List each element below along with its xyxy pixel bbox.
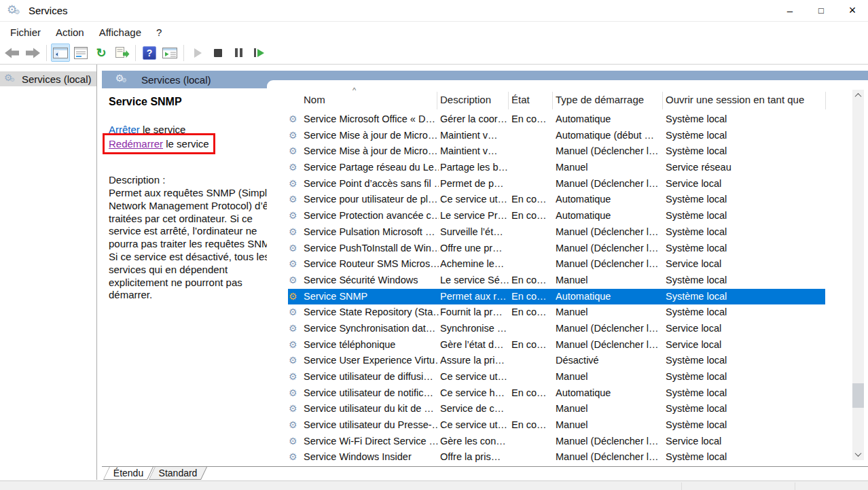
strip-divider (795, 483, 795, 490)
column-header-session[interactable]: Ouvrir une session en tant que (666, 90, 804, 110)
service-status (511, 434, 553, 450)
column-header-description[interactable]: Description (440, 90, 491, 110)
service-startup-type: Automatique (556, 385, 664, 402)
service-row[interactable]: ⚙Service pour utilisateur de pl…Ce servi… (288, 192, 825, 208)
service-details-pane: Service SNMP Arrêter le service Redémarr… (102, 88, 267, 466)
show-console-tree-icon[interactable] (51, 43, 70, 62)
header-divider[interactable] (552, 92, 553, 109)
service-description-text: Permet aux requêtes SNMP (Simple Network… (109, 187, 281, 302)
header-divider[interactable] (825, 92, 826, 109)
back-icon[interactable] (3, 43, 22, 62)
maximize-button[interactable]: □ (806, 0, 837, 22)
close-button[interactable]: × (837, 0, 868, 22)
toolbar-separator (46, 45, 47, 61)
start-service-icon[interactable] (188, 43, 207, 62)
service-name: Service Pulsation Microsoft … (304, 224, 439, 241)
service-status: En co… (511, 304, 553, 321)
properties-icon[interactable] (71, 43, 90, 62)
service-description: Gère les con… (440, 434, 509, 450)
service-row[interactable]: ⚙Service Windows InsiderOffre la pris…Ma… (288, 449, 825, 466)
export-list-icon[interactable] (112, 43, 131, 62)
stop-service-link[interactable]: Arrêter (109, 124, 140, 135)
service-row[interactable]: ⚙Service utilisateur du kit de …Service … (288, 401, 825, 417)
service-description: Synchronise … (440, 321, 509, 337)
service-status (511, 224, 553, 241)
strip-divider (681, 483, 682, 490)
service-name: Service SNMP (304, 289, 439, 305)
menu-fichier[interactable]: Fichier (3, 24, 48, 41)
service-row[interactable]: ⚙Service User Experience Virtu…Assure la… (288, 353, 825, 369)
column-header-etat[interactable]: État (511, 90, 530, 110)
bottom-strip (0, 480, 868, 490)
service-description: Le service Sé… (440, 273, 509, 289)
service-row[interactable]: ⚙Service Pulsation Microsoft …Surveille … (288, 224, 825, 241)
service-row[interactable]: ⚙Service Routeur SMS Micros…Achemine le…… (288, 256, 825, 273)
vertical-scrollbar[interactable] (852, 90, 864, 460)
menu-help[interactable]: ? (149, 24, 169, 41)
service-status (511, 369, 553, 385)
tree-item-services-local[interactable]: ⚙ ⚙ Services (local) (0, 71, 96, 86)
service-row[interactable]: ⚙Service Point d’accès sans fil …Permet … (288, 176, 825, 192)
service-row[interactable]: ⚙Service Partage réseau du Le…Partage le… (288, 160, 825, 176)
service-row[interactable]: ⚙Service Sécurité WindowsLe service Sé…E… (288, 273, 825, 289)
service-row[interactable]: ⚙Service SNMPPermet aux r…En co…Automati… (288, 289, 825, 305)
header-divider[interactable] (437, 92, 437, 109)
service-name: Service Synchronisation dat… (304, 321, 439, 337)
service-description: Partage les b… (440, 160, 509, 176)
service-row[interactable]: ⚙Service Wi-Fi Direct Service …Gère les … (288, 434, 825, 450)
services-app-icon: ⚙ ⚙ (7, 3, 23, 18)
service-row[interactable]: ⚙Service Mise à jour de Micro…Maintient … (288, 128, 825, 144)
service-status (511, 401, 553, 417)
service-row[interactable]: ⚙Service PushToInstall de Win…Offre une … (288, 241, 825, 257)
service-status (511, 353, 553, 369)
service-description: Offre la pris… (440, 449, 509, 466)
service-row[interactable]: ⚙Service Mise à jour de Micro…Maintient … (288, 143, 825, 160)
service-name: Service Mise à jour de Micro… (304, 143, 439, 160)
restart-service-link[interactable]: Redémarrer (109, 138, 163, 150)
service-row[interactable]: ⚙Service Protection avancée c…Le service… (288, 208, 825, 224)
stop-service-line: Arrêter le service (109, 124, 185, 135)
restart-service-icon[interactable] (249, 43, 268, 62)
menu-bar: Fichier Action Affichage ? (0, 22, 868, 41)
service-row[interactable]: ⚙Service utilisateur de diffusi…Ce servi… (288, 369, 825, 385)
service-gear-icon: ⚙ (289, 401, 302, 417)
scroll-down-icon[interactable] (852, 449, 864, 460)
header-divider[interactable] (508, 92, 509, 109)
tab-standard[interactable]: Standard (149, 467, 207, 480)
pause-service-icon[interactable] (229, 43, 248, 62)
scroll-up-icon[interactable] (852, 90, 864, 101)
service-row[interactable]: ⚙Service téléphoniqueGère l’état d…En co… (288, 337, 825, 353)
service-row[interactable]: ⚙Service Synchronisation dat…Synchronise… (288, 321, 825, 337)
service-row[interactable]: ⚙Service State Repository (Sta…Fournit l… (288, 304, 825, 321)
forward-icon[interactable] (23, 43, 42, 62)
scrollbar-thumb[interactable] (852, 383, 864, 408)
service-gear-icon: ⚙ (289, 273, 302, 289)
minimize-button[interactable]: – (774, 0, 806, 22)
show-window-icon[interactable] (160, 43, 179, 62)
service-gear-icon: ⚙ (289, 224, 302, 241)
stop-service-icon[interactable] (209, 43, 228, 62)
menu-action[interactable]: Action (48, 24, 92, 41)
service-logon-as: Système local (666, 273, 823, 289)
service-status: En co… (511, 337, 553, 353)
service-name: Service Protection avancée c… (304, 208, 439, 224)
service-gear-icon: ⚙ (289, 289, 302, 305)
service-status (511, 241, 553, 257)
refresh-icon[interactable]: ↻ (92, 43, 111, 62)
service-gear-icon: ⚙ (289, 160, 302, 176)
menu-affichage[interactable]: Affichage (92, 24, 149, 41)
service-row[interactable]: ⚙Service utilisateur de notific…Ce servi… (288, 385, 825, 402)
services-window: ⚙ ⚙ Services – □ × Fichier Action Affich… (0, 0, 868, 490)
service-row[interactable]: ⚙Service Microsoft Office « D…Gérer la c… (288, 111, 825, 128)
column-header-type-demarrage[interactable]: Type de démarrage (556, 90, 644, 110)
service-startup-type: Manuel (Déclencher l… (556, 256, 664, 273)
view-tabs: Étendu Standard (102, 466, 868, 480)
service-description: Assure la pri… (440, 353, 509, 369)
column-header-nom[interactable]: Nom (304, 90, 325, 110)
header-divider[interactable] (662, 92, 663, 109)
help-icon[interactable]: ? (140, 43, 159, 62)
tab-etendu[interactable]: Étendu (103, 467, 153, 480)
service-row[interactable]: ⚙Service utilisateur du Presse-…Ce servi… (288, 417, 825, 434)
services-band-icon: ⚙ ⚙ (115, 73, 129, 86)
service-description: Ce service h… (440, 385, 509, 402)
